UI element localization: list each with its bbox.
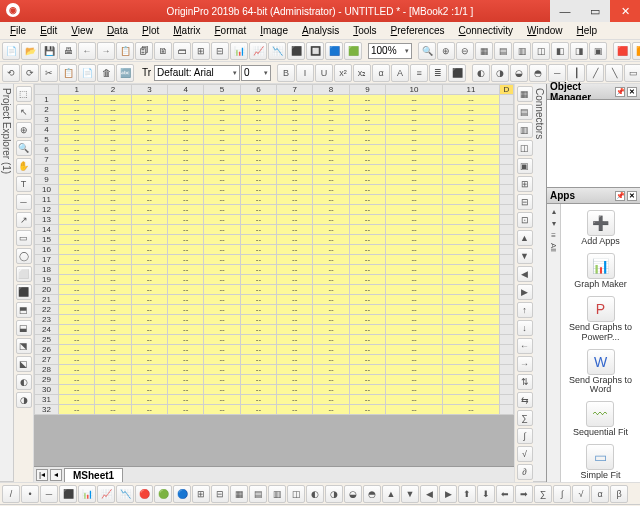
cell[interactable]: -- <box>443 355 500 365</box>
cell[interactable]: -- <box>277 315 313 325</box>
rtool-5[interactable]: ⊞ <box>517 176 533 192</box>
menu-format[interactable]: Format <box>209 24 253 37</box>
row-header[interactable]: 6 <box>35 145 59 155</box>
cell[interactable]: -- <box>204 165 240 175</box>
menu-image[interactable]: Image <box>254 24 294 37</box>
cell[interactable]: -- <box>313 235 349 245</box>
cell[interactable]: -- <box>240 355 276 365</box>
sheet-nav-first[interactable]: |◂ <box>36 469 48 481</box>
cell[interactable]: -- <box>443 325 500 335</box>
cell[interactable]: -- <box>349 165 385 175</box>
tb1b-btn-5[interactable]: ▥ <box>513 42 531 60</box>
cell[interactable]: -- <box>168 365 204 375</box>
rtool-21[interactable]: ∂ <box>517 464 533 480</box>
cell[interactable]: -- <box>443 105 500 115</box>
tb1-btn-9[interactable]: 🗃 <box>173 42 191 60</box>
cell[interactable]: -- <box>95 235 131 245</box>
cell[interactable]: -- <box>349 285 385 295</box>
cell[interactable]: -- <box>204 405 240 415</box>
cell[interactable]: -- <box>168 235 204 245</box>
cell[interactable]: -- <box>204 325 240 335</box>
col-header[interactable]: 4 <box>168 85 204 95</box>
cell[interactable]: -- <box>313 305 349 315</box>
cell[interactable]: -- <box>204 245 240 255</box>
cell[interactable]: -- <box>204 225 240 235</box>
cell[interactable]: -- <box>349 115 385 125</box>
cell[interactable]: -- <box>386 295 443 305</box>
tb1-btn-13[interactable]: 📈 <box>249 42 267 60</box>
ltool-5[interactable]: T <box>16 176 32 192</box>
cell[interactable]: -- <box>313 285 349 295</box>
cell[interactable]: -- <box>443 395 500 405</box>
cell[interactable]: -- <box>59 285 95 295</box>
cell[interactable]: -- <box>313 355 349 365</box>
cell[interactable]: -- <box>131 155 167 165</box>
btool-13[interactable]: ▤ <box>249 485 267 503</box>
cell[interactable]: -- <box>204 265 240 275</box>
tb2-btn-3[interactable]: 📋 <box>59 64 77 82</box>
tb2b-btn-3[interactable]: x² <box>334 64 352 82</box>
cell[interactable]: -- <box>204 345 240 355</box>
cell[interactable]: -- <box>277 355 313 365</box>
rtool-12[interactable]: ↑ <box>517 302 533 318</box>
matrix-grid[interactable]: 1234567891011D1----------------------2--… <box>34 84 514 415</box>
tb2c-btn-5[interactable]: ┃ <box>567 64 585 82</box>
cell[interactable]: -- <box>131 125 167 135</box>
cell[interactable]: -- <box>349 275 385 285</box>
cell[interactable]: -- <box>240 265 276 275</box>
app-item-4[interactable]: 〰Sequential Fit <box>571 399 630 440</box>
cell[interactable]: -- <box>204 195 240 205</box>
cell[interactable]: -- <box>386 205 443 215</box>
cell[interactable]: -- <box>386 195 443 205</box>
cell[interactable]: -- <box>349 315 385 325</box>
cell[interactable]: -- <box>277 105 313 115</box>
cell[interactable]: -- <box>443 255 500 265</box>
cell[interactable]: -- <box>204 215 240 225</box>
tb2c-btn-0[interactable]: ◐ <box>472 64 490 82</box>
rtool-11[interactable]: ▶ <box>517 284 533 300</box>
row-header[interactable]: 7 <box>35 155 59 165</box>
cell[interactable]: -- <box>443 315 500 325</box>
cell[interactable]: -- <box>443 295 500 305</box>
cell[interactable]: -- <box>168 295 204 305</box>
col-header[interactable]: 7 <box>277 85 313 95</box>
cell[interactable]: -- <box>95 365 131 375</box>
cell[interactable]: -- <box>168 135 204 145</box>
cell[interactable]: -- <box>168 185 204 195</box>
btool-15[interactable]: ◫ <box>287 485 305 503</box>
tb2b-btn-8[interactable]: ≣ <box>429 64 447 82</box>
btool-27[interactable]: ➡ <box>515 485 533 503</box>
btool-32[interactable]: β <box>610 485 628 503</box>
cell[interactable]: -- <box>168 305 204 315</box>
cell[interactable]: -- <box>240 245 276 255</box>
cell[interactable]: -- <box>240 225 276 235</box>
ltool-4[interactable]: ✋ <box>16 158 32 174</box>
cell[interactable]: -- <box>168 355 204 365</box>
row-header[interactable]: 3 <box>35 115 59 125</box>
cell[interactable]: -- <box>386 395 443 405</box>
cell[interactable]: -- <box>204 185 240 195</box>
cell[interactable]: -- <box>131 205 167 215</box>
cell[interactable]: -- <box>59 265 95 275</box>
menu-view[interactable]: View <box>65 24 99 37</box>
ltool-0[interactable]: ⬚ <box>16 86 32 102</box>
cell[interactable]: -- <box>240 135 276 145</box>
app-item-5[interactable]: ▭Simple Fit <box>578 442 622 482</box>
cell[interactable]: -- <box>443 275 500 285</box>
tb1-btn-18[interactable]: 🟩 <box>344 42 362 60</box>
cell[interactable]: -- <box>59 255 95 265</box>
cell[interactable]: -- <box>443 135 500 145</box>
tb1b-btn-6[interactable]: ◫ <box>532 42 550 60</box>
cell[interactable]: -- <box>443 175 500 185</box>
cell[interactable]: -- <box>313 345 349 355</box>
cell[interactable]: -- <box>240 295 276 305</box>
ltool-8[interactable]: ▭ <box>16 230 32 246</box>
cell[interactable]: -- <box>240 115 276 125</box>
tb1b-btn-2[interactable]: ⊖ <box>456 42 474 60</box>
menu-help[interactable]: Help <box>571 24 604 37</box>
cell[interactable]: -- <box>59 355 95 365</box>
cell[interactable]: -- <box>240 395 276 405</box>
cell[interactable]: -- <box>131 145 167 155</box>
cell[interactable]: -- <box>95 135 131 145</box>
apps-scroll-up-icon[interactable]: ▴ <box>552 207 556 216</box>
